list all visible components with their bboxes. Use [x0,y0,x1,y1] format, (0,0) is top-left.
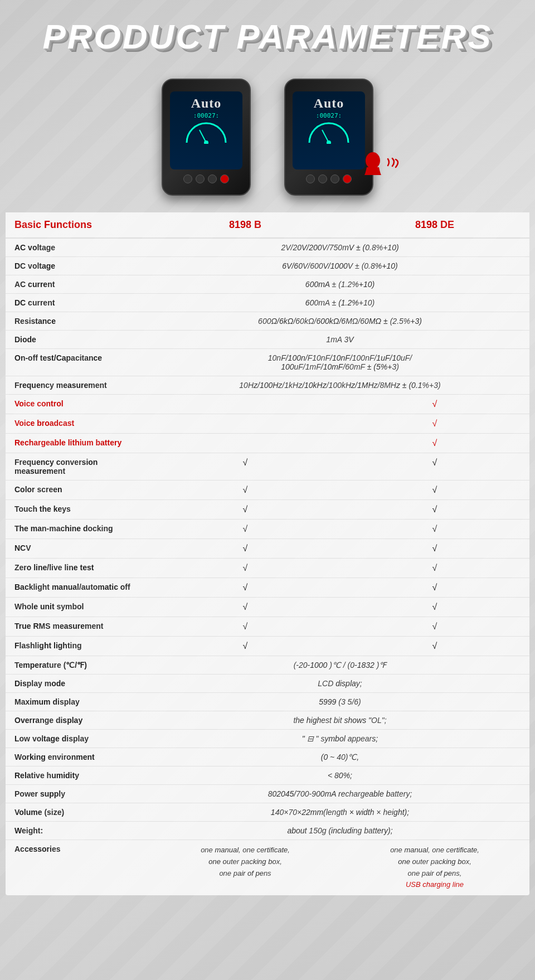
feature-cell: Accessories [6,840,150,896]
feature-cell: Rechargeable lithium battery [6,434,150,453]
device-b-image: Auto :00027: [162,79,251,196]
feature-cell: AC current [6,275,150,294]
shared-value-cell: 10Hz/100Hz/1kHz/10kHz/100kHz/1MHz/8MHz ±… [150,376,529,395]
table-row: Accessoriesone manual, one certificate, … [6,840,529,896]
table-row: Working environment(0 ~ 40)℃, [6,748,529,766]
b-value-cell: √ [150,637,340,656]
table-row: Whole unit symbol√√ [6,598,529,617]
person-head-icon [362,152,383,177]
device-de-reading: :00027: [316,112,342,119]
device-de-wrapper: Auto :00027: [284,79,373,196]
table-row: Touch the keys√√ [6,500,529,520]
b-value-cell: √ [150,481,340,500]
b-value-cell: √ [150,559,340,578]
sound-waves-icon [386,158,401,173]
table-row: Color screen√√ [6,481,529,500]
shared-value-cell: LCD display; [150,675,529,693]
device-de-btn-2 [318,174,327,183]
table-body: AC voltage2V/20V/200V/750mV ± (0.8%+10)D… [6,238,529,895]
voice-icon [362,152,401,179]
table-row: Voice broadcast√ [6,414,529,434]
device-de-btn-1 [306,174,315,183]
table-row: Display modeLCD display; [6,675,529,693]
b-value-cell: √ [150,617,340,637]
device-b-btn-power [220,174,229,183]
table-row: Voice control√ [6,395,529,414]
page-title: PRODUCT PARAMETERS [11,17,524,56]
feature-cell: Diode [6,331,150,349]
table-row: AC voltage2V/20V/200V/750mV ± (0.8%+10) [6,238,529,257]
feature-cell: True RMS measurement [6,617,150,637]
feature-cell: DC voltage [6,257,150,275]
feature-cell: Volume (size) [6,803,150,822]
col-feature-header: Basic Functions [6,212,150,238]
table-row: Frequency conversion measurement√√ [6,453,529,481]
table-row: Backlight manual/automatic off√√ [6,578,529,598]
col-de-header: 8198 DE [340,212,529,238]
device-de-image: Auto :00027: [284,79,373,196]
feature-cell: Overrange display [6,711,150,730]
feature-cell: Display mode [6,675,150,693]
shared-value-cell: 140×70×22mm(length × width × height); [150,803,529,822]
feature-cell: Low voltage display [6,730,150,748]
de-value-cell: √ [340,559,529,578]
sound-wave-svg [386,158,401,173]
svg-point-3 [327,140,331,144]
table-header-row: Basic Functions 8198 B 8198 DE [6,212,529,238]
device-b-auto-text: Auto [191,96,222,111]
feature-cell: Frequency conversion measurement [6,453,150,481]
device-de-gauge [307,122,351,144]
feature-cell: Zero line/live line test [6,559,150,578]
table-row: Power supply802045/700-900mA rechargeabl… [6,785,529,803]
table-row: Low voltage display" ⊟ " symbol appears; [6,730,529,748]
table-row: Resistance600Ω/6kΩ/60kΩ/600kΩ/6MΩ/60MΩ ±… [6,312,529,331]
shared-value-cell: 600mA ± (1.2%+10) [150,294,529,312]
device-b-reading: :00027: [193,112,219,119]
feature-cell: Flashlight lighting [6,637,150,656]
parameters-table-section: Basic Functions 8198 B 8198 DE AC voltag… [6,212,529,895]
feature-cell: Power supply [6,785,150,803]
svg-point-1 [204,140,208,144]
table-row: Zero line/live line test√√ [6,559,529,578]
de-value-cell: √ [340,453,529,481]
feature-cell: Weight: [6,822,150,840]
table-row: On-off test/Capacitance10nF/100n/F10nF/1… [6,349,529,376]
col-b-header: 8198 B [150,212,340,238]
device-de-buttons [306,174,352,183]
head-silhouette-wrapper [362,152,383,179]
shared-value-cell: 5999 (3 5/6) [150,693,529,711]
b-value-cell: √ [150,539,340,559]
table-row: Rechargeable lithium battery√ [6,434,529,453]
feature-cell: Resistance [6,312,150,331]
table-row: Volume (size)140×70×22mm(length × width … [6,803,529,822]
device-b-btn-3 [208,174,217,183]
feature-cell: On-off test/Capacitance [6,349,150,376]
table-row: Maximum display5999 (3 5/6) [6,693,529,711]
b-value-cell [150,434,340,453]
shared-value-cell: 1mA 3V [150,331,529,349]
de-value-cell: √ [340,637,529,656]
table-row: Diode1mA 3V [6,331,529,349]
de-value-cell: √ [340,617,529,637]
device-b-gauge [184,122,228,144]
b-value-cell: √ [150,578,340,598]
shared-value-cell: < 80%; [150,766,529,785]
table-row: NCV√√ [6,539,529,559]
device-b-buttons [183,174,229,183]
parameters-table: Basic Functions 8198 B 8198 DE AC voltag… [6,212,529,895]
shared-value-cell: " ⊟ " symbol appears; [150,730,529,748]
feature-cell: Relative humidity [6,766,150,785]
shared-value-cell: 600mA ± (1.2%+10) [150,275,529,294]
product-images-section: Auto :00027: Auto :0002 [0,67,535,212]
shared-value-cell: (-20-1000 )℃ / (0-1832 )℉ [150,656,529,675]
device-de-btn-3 [330,174,339,183]
feature-cell: Whole unit symbol [6,598,150,617]
feature-cell: Maximum display [6,693,150,711]
de-value-cell: √ [340,481,529,500]
device-de-btn-power [343,174,352,183]
device-de-auto-text: Auto [314,96,344,111]
feature-cell: Backlight manual/automatic off [6,578,150,598]
feature-cell: Color screen [6,481,150,500]
shared-value-cell: 802045/700-900mA rechargeable battery; [150,785,529,803]
table-row: AC current600mA ± (1.2%+10) [6,275,529,294]
